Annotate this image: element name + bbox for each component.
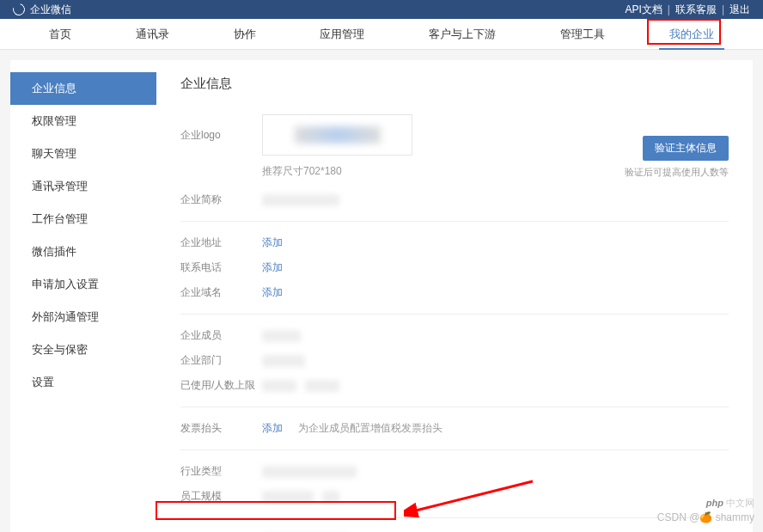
separator: | xyxy=(722,3,724,15)
invoice-desc: 为企业成员配置增值税发票抬头 xyxy=(298,421,443,436)
top-nav: 首页 通讯录 协作 应用管理 客户与上下游 管理工具 我的企业 xyxy=(0,19,763,50)
verify-hint: 验证后可提高使用人数等 xyxy=(625,166,729,179)
nav-my-company[interactable]: 我的企业 xyxy=(659,20,724,49)
nav-customers[interactable]: 客户与上下游 xyxy=(418,20,506,49)
sidebar-item-permissions[interactable]: 权限管理 xyxy=(10,105,156,138)
sidebar-item-external[interactable]: 外部沟通管理 xyxy=(10,301,156,333)
label-members: 企业成员 xyxy=(180,328,262,343)
value-usage-2 xyxy=(305,380,339,392)
sidebar-item-wechat-plugin[interactable]: 微信插件 xyxy=(10,235,156,268)
nav-tools[interactable]: 管理工具 xyxy=(550,20,615,49)
link-logout[interactable]: 退出 xyxy=(729,3,750,17)
sidebar-item-security[interactable]: 安全与保密 xyxy=(10,333,156,366)
label-address: 企业地址 xyxy=(180,235,262,250)
sidebar-item-info[interactable]: 企业信息 xyxy=(10,72,156,105)
value-short-name xyxy=(262,194,339,206)
nav-collab[interactable]: 协作 xyxy=(223,20,266,49)
logo-preview[interactable] xyxy=(262,114,412,156)
divider xyxy=(180,221,729,222)
page-title: 企业信息 xyxy=(180,76,729,92)
value-scale-1 xyxy=(262,491,314,503)
add-invoice-link[interactable]: 添加 xyxy=(262,421,283,436)
sidebar-item-contacts[interactable]: 通讯录管理 xyxy=(10,170,156,203)
nav-home[interactable]: 首页 xyxy=(39,20,82,49)
separator: | xyxy=(668,3,670,15)
divider xyxy=(180,449,729,450)
add-domain-link[interactable]: 添加 xyxy=(262,285,283,300)
label-phone: 联系电话 xyxy=(180,260,262,275)
nav-contacts[interactable]: 通讯录 xyxy=(125,20,180,49)
watermark: php php 中文网中文网 CSDN @🍊 shammy xyxy=(657,496,754,526)
label-logo: 企业logo xyxy=(180,128,262,143)
app-brand: 企业微信 xyxy=(13,3,71,17)
value-industry xyxy=(262,466,357,478)
nav-apps[interactable]: 应用管理 xyxy=(309,20,375,49)
label-domain: 企业域名 xyxy=(180,285,262,300)
value-members xyxy=(262,330,301,342)
link-api-docs[interactable]: API文档 xyxy=(625,3,662,17)
sidebar: 企业信息 权限管理 聊天管理 通讯录管理 工作台管理 微信插件 申请加入设置 外… xyxy=(10,60,156,532)
sidebar-item-workbench[interactable]: 工作台管理 xyxy=(10,203,156,235)
sidebar-item-join-settings[interactable]: 申请加入设置 xyxy=(10,268,156,301)
value-depts xyxy=(262,355,305,367)
app-name: 企业微信 xyxy=(30,3,71,17)
sidebar-item-chat[interactable]: 聊天管理 xyxy=(10,138,156,170)
wecom-logo-icon xyxy=(10,1,27,17)
main-panel: 企业信息 企业logo 推荐尺寸702*180 验证主体信息 验证后可提高使用人… xyxy=(156,60,753,532)
label-invoice: 发票抬头 xyxy=(180,421,262,436)
label-short-name: 企业简称 xyxy=(180,193,262,207)
link-support[interactable]: 联系客服 xyxy=(675,3,717,17)
add-address-link[interactable]: 添加 xyxy=(262,235,283,250)
divider xyxy=(180,407,729,407)
verify-button[interactable]: 验证主体信息 xyxy=(643,136,729,161)
value-scale-2 xyxy=(322,491,339,503)
label-usage: 已使用/人数上限 xyxy=(180,378,262,393)
label-industry: 行业类型 xyxy=(180,464,262,479)
sidebar-item-settings[interactable]: 设置 xyxy=(10,366,156,399)
divider xyxy=(180,517,729,518)
divider xyxy=(180,314,729,315)
value-usage-1 xyxy=(262,380,296,392)
add-phone-link[interactable]: 添加 xyxy=(262,260,283,275)
label-scale: 员工规模 xyxy=(180,489,262,504)
label-depts: 企业部门 xyxy=(180,353,262,368)
